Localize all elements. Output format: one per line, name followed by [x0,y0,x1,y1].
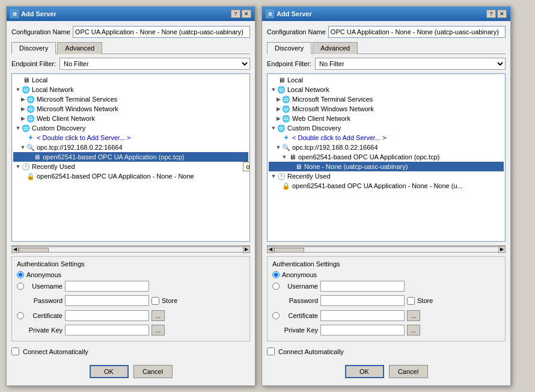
tree-item-local-1[interactable]: 🖥 Local [13,75,248,85]
help-button-2[interactable]: ? [486,10,496,18]
tree-item-recently-1[interactable]: ▼ 🕐 Recently Used [13,162,248,171]
tab-advanced-1[interactable]: Advanced [57,42,102,54]
tree-container-2[interactable]: 🖥 Local ▼ 🌐 Local Network ▶ 🌐 Microsoft … [267,73,506,242]
close-button-1[interactable]: ✕ [242,10,251,18]
cert-fields-1: Certificate ... Private Key ... [26,310,165,337]
tree-item-localnet-2[interactable]: ▼ 🌐 Local Network [269,85,504,94]
tree-item-opctcp-1[interactable]: ▼ 🔍 opc.tcp://192.168.0.22:16664 [13,142,248,152]
scroll-right-2[interactable]: ▶ [498,246,506,253]
user-cert-row-2: Username Password Store [272,281,500,308]
username-input-1[interactable] [65,281,149,292]
config-name-label-2: Configuration Name [267,28,326,35]
ok-button-1[interactable]: OK [90,365,129,378]
tree-item-recent-1[interactable]: 🔒 open62541-based OPC UA Application - N… [13,171,248,181]
tree-item-mwn-2[interactable]: ▶ 🌐 Microsoft Windows Network [269,104,504,114]
password-input-1[interactable] [65,295,149,306]
tree-item-localnet-1[interactable]: ▼ 🌐 Local Network [13,85,248,94]
scrollbar-thumb-2[interactable] [274,248,304,253]
cert-input-1[interactable] [65,310,149,321]
privkey-browse-2[interactable]: ... [407,325,420,335]
scrollbar-thumb-1[interactable] [19,248,49,253]
cert-fields-2: Certificate ... Private Key ... [282,310,420,337]
arrow-wcn-2: ▶ [275,115,282,121]
arrow-recently-1: ▼ [14,164,22,170]
scrollbar-area-1: ◀ ▶ [11,245,250,253]
user-radio-2[interactable] [272,283,280,290]
tree-item-mts-2[interactable]: ▶ 🌐 Microsoft Terminal Services [269,94,504,104]
username-label-1: Username [26,283,63,290]
tab-advanced-2[interactable]: Advanced [313,42,358,54]
user-fields-2: Username Password Store [282,281,433,308]
localnet-label-2: Local Network [287,86,329,93]
tree-item-addserver-2[interactable]: + < Double click to Add Server... > [269,133,504,142]
config-name-input-1[interactable] [73,26,250,38]
endpoint-row-1: Endpoint Filter: No Filter [11,58,250,70]
scrollbar-track-2 [274,247,498,253]
opctcp-label-1: opc.tcp://192.168.0.22:16664 [37,144,123,151]
tree-item-opctcp-2[interactable]: ▼ 🔍 opc.tcp://192.168.0.22:16664 [269,142,504,152]
tree-item-recent-2[interactable]: 🔒 open62541-based OPC UA Application - N… [269,181,504,191]
tree-item-custom-2[interactable]: ▼ 🌐 Custom Discovery [269,123,504,133]
tree-item-wcn-1[interactable]: ▶ 🌐 Web Client Network [13,114,248,123]
scroll-left-1[interactable]: ◀ [11,246,19,253]
tree-item-opcapp-1[interactable]: 🖥 open62541-based OPC UA Application (op… [13,152,248,162]
connect-auto-checkbox-1[interactable] [11,348,19,355]
mwn-label-2: Microsoft Windows Network [292,105,374,112]
endpoint-select-1[interactable]: No Filter [60,58,250,70]
tree-item-recently-2[interactable]: ▼ 🕐 Recently Used [269,171,504,181]
tree-container-1[interactable]: 🖥 Local ▼ 🌐 Local Network ▶ 🌐 Microsoft … [11,73,250,242]
close-button-2[interactable]: ✕ [497,10,507,18]
arrow-localnet-2: ▼ [270,87,277,93]
help-button-1[interactable]: ? [231,10,240,18]
title-bar-2: ⊞ Add Server ? ✕ [262,7,510,21]
tree-item-mts-1[interactable]: ▶ 🌐 Microsoft Terminal Services [13,94,248,104]
connect-auto-checkbox-2[interactable] [267,348,275,355]
tree-item-custom-1[interactable]: ▼ 🌐 Custom Discovery [13,123,248,133]
ok-button-2[interactable]: OK [345,365,384,378]
scroll-left-2[interactable]: ◀ [267,246,274,253]
recent-label-2: open62541-based OPC UA Application - Non… [292,182,463,189]
addserver-label-1: < Double click to Add Server... > [37,134,131,141]
privkey-input-2[interactable] [320,325,405,335]
cert-radio-1[interactable] [17,312,24,319]
cert-input-2[interactable] [320,310,405,321]
cert-section-2: Certificate ... Private Key ... [272,310,500,337]
tree-item-wcn-2[interactable]: ▶ 🌐 Web Client Network [269,114,504,123]
privkey-browse-1[interactable]: ... [151,325,165,335]
tree-item-local-2[interactable]: 🖥 Local [269,75,504,85]
server-icon-nonenone-2: 🖥 [294,162,302,171]
username-input-2[interactable] [320,281,405,292]
tree-item-mwn-1[interactable]: ▶ 🌐 Microsoft Windows Network [13,104,248,114]
anon-radio-1[interactable] [17,271,24,278]
arrow-localnet-1: ▼ [14,87,22,93]
scrollbar-track-1 [19,247,243,253]
endpoint-select-2[interactable]: No Filter [315,58,506,70]
tree-item-opcapp-2[interactable]: ▼ 🖥 open62541-based OPC UA Application (… [269,152,504,162]
cancel-button-1[interactable]: Cancel [133,365,173,378]
anon-radio-2[interactable] [272,271,280,278]
password-input-2[interactable] [320,295,405,306]
cert-radio-2[interactable] [272,312,280,319]
user-radio-1[interactable] [17,283,24,290]
custom-label-1: Custom Discovery [32,124,85,132]
tooltip-1: opc.tc... [243,162,250,171]
tab-discovery-1[interactable]: Discovery [11,42,56,54]
config-name-label-1: Configuration Name [11,28,70,35]
tab-discovery-2[interactable]: Discovery [267,42,311,54]
cert-browse-1[interactable]: ... [151,310,165,321]
addserver-label-2: < Double click to Add Server... > [292,134,387,141]
scrollbar-area-2: ◀ ▶ [267,245,506,253]
scroll-right-1[interactable]: ▶ [243,246,250,253]
arrow-wcn-1: ▶ [19,115,26,121]
cert-browse-2[interactable]: ... [407,310,420,321]
monitor-icon-2: 🖥 [277,76,286,84]
clock-icon-1: 🕐 [22,162,30,171]
privkey-input-1[interactable] [65,325,149,335]
tree-item-addserver-1[interactable]: + < Double click to Add Server... > [13,133,248,142]
cancel-button-2[interactable]: Cancel [389,365,428,378]
title-bar-left-2: ⊞ Add Server [266,10,312,18]
config-name-input-2[interactable] [328,26,506,38]
store-checkbox-2[interactable] [407,297,415,305]
store-checkbox-1[interactable] [151,297,159,305]
tree-item-nonenone-2[interactable]: 🖥 None - None (uatcp-uasc-uabinary) [269,162,504,171]
